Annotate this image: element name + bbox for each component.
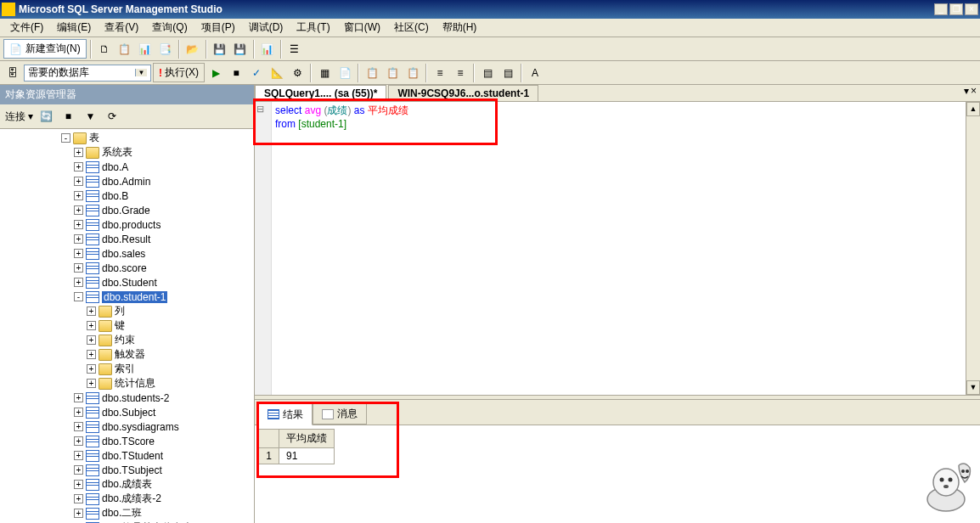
- expander-icon[interactable]: +: [74, 393, 83, 402]
- expander-icon[interactable]: +: [74, 191, 83, 200]
- oe-stop-icon[interactable]: ⟳: [103, 107, 121, 126]
- restore-button[interactable]: ❐: [949, 3, 963, 15]
- tb-icon-3[interactable]: 📊: [136, 40, 155, 59]
- result-tab-grid[interactable]: 结果: [258, 403, 313, 425]
- expander-icon[interactable]: +: [74, 422, 83, 431]
- expander-icon[interactable]: +: [74, 148, 83, 157]
- tb-opt-icon[interactable]: ⚙: [288, 64, 307, 82]
- tree-table-item[interactable]: +dbo.成绩表-2: [2, 492, 252, 506]
- tb-uncomment-icon[interactable]: ▤: [498, 64, 517, 82]
- tb-icon-4[interactable]: 📑: [156, 40, 175, 59]
- tree-table-item[interactable]: +dbo.成绩表: [2, 477, 252, 492]
- tb-save-icon[interactable]: 💾: [211, 40, 229, 59]
- expander-icon[interactable]: +: [87, 335, 96, 345]
- tree-table-item[interactable]: +dbo.二班: [2, 506, 252, 520]
- expander-icon[interactable]: +: [87, 350, 96, 359]
- tree-table-item[interactable]: +dbo.A: [2, 160, 252, 174]
- expander-icon[interactable]: +: [74, 408, 83, 417]
- tree-table-item[interactable]: +dbo.Admin: [2, 174, 252, 188]
- expander-icon[interactable]: +: [74, 205, 83, 215]
- tree-table-item[interactable]: +dbo.products: [2, 217, 252, 232]
- tab-close-icon[interactable]: ×: [971, 85, 977, 101]
- tb-indent-icon[interactable]: ≡: [431, 64, 449, 82]
- expander-icon[interactable]: +: [74, 162, 83, 172]
- tree-table-item[interactable]: +dbo.TStudent: [2, 448, 252, 463]
- tb-c-icon[interactable]: 📋: [403, 64, 422, 82]
- tree-subfolder[interactable]: +约束: [2, 333, 252, 347]
- tree-table-item[interactable]: +dbo.Result: [2, 232, 252, 246]
- tree-subfolder[interactable]: +列: [2, 304, 252, 318]
- tree-table-item[interactable]: +dbo.Subject: [2, 405, 252, 419]
- tb-icon-2[interactable]: 📋: [115, 40, 134, 59]
- menu-query[interactable]: 查询(Q): [145, 19, 194, 37]
- tree-table-item[interactable]: +dbo.students-2: [2, 391, 252, 405]
- tree-subfolder[interactable]: +统计信息: [2, 376, 252, 391]
- expander-icon[interactable]: +: [74, 263, 83, 273]
- menu-file[interactable]: 文件(F): [3, 19, 50, 37]
- editor-content[interactable]: select avg (成绩) as 平均成绩 from [student-1]: [272, 102, 980, 395]
- tb-comment-icon[interactable]: ▤: [478, 64, 497, 82]
- result-tab-messages[interactable]: 消息: [313, 403, 367, 425]
- result-row[interactable]: 1 91: [259, 448, 335, 464]
- tree-table-item[interactable]: +dbo.TScore: [2, 434, 252, 448]
- menu-debug[interactable]: 调试(D): [242, 19, 290, 37]
- menu-window[interactable]: 窗口(W): [337, 19, 387, 37]
- tb-resulttext-icon[interactable]: 📄: [335, 64, 354, 82]
- scroll-down-icon[interactable]: ▼: [966, 380, 980, 395]
- tree-subfolder[interactable]: +触发器: [2, 347, 252, 362]
- menu-help[interactable]: 帮助(H): [436, 19, 484, 37]
- expander-icon[interactable]: +: [74, 177, 83, 186]
- object-tree[interactable]: - 表 + 系统表 +dbo.A+dbo.Admin+dbo.B+dbo.Gra…: [0, 129, 254, 523]
- tb-open-icon[interactable]: 📂: [183, 40, 202, 59]
- tree-tables-folder[interactable]: - 表: [2, 131, 252, 145]
- tb-outdent-icon[interactable]: ≡: [451, 64, 470, 82]
- tree-table-item[interactable]: +dbo.sysdiagrams: [2, 419, 252, 434]
- expander-icon[interactable]: +: [87, 364, 96, 374]
- tree-system-tables[interactable]: + 系统表: [2, 145, 252, 160]
- tree-subfolder[interactable]: +索引: [2, 362, 252, 376]
- tb-font-icon[interactable]: A: [526, 64, 544, 82]
- tb-resultgrid-icon[interactable]: ▦: [315, 64, 334, 82]
- expander-icon[interactable]: +: [74, 465, 83, 475]
- new-query-button[interactable]: 📄 新建查询(N): [3, 39, 87, 59]
- expander-icon[interactable]: -: [61, 133, 70, 143]
- tb-debug-icon[interactable]: ▶: [206, 64, 225, 82]
- menu-view[interactable]: 查看(V): [98, 19, 145, 37]
- tb-saveall-icon[interactable]: 💾: [231, 40, 250, 59]
- scroll-up-icon[interactable]: ▲: [966, 102, 980, 116]
- expander-icon[interactable]: +: [74, 234, 83, 244]
- oe-refresh-icon[interactable]: 🔄: [37, 107, 55, 126]
- expander-icon[interactable]: +: [74, 480, 83, 489]
- expander-icon[interactable]: +: [74, 278, 83, 287]
- tb-stop-icon[interactable]: ■: [227, 64, 245, 82]
- menu-project[interactable]: 项目(P): [194, 19, 242, 37]
- close-button[interactable]: ×: [965, 3, 978, 15]
- tree-table-item[interactable]: +dbo.sales: [2, 246, 252, 261]
- tree-table-item[interactable]: +dbo.Grade: [2, 203, 252, 217]
- expander-icon[interactable]: +: [74, 509, 83, 518]
- minimize-button[interactable]: _: [934, 3, 948, 15]
- expander-icon[interactable]: +: [74, 249, 83, 258]
- tb-parse-icon[interactable]: ✓: [247, 64, 266, 82]
- tb-list-icon[interactable]: ☰: [285, 40, 304, 59]
- database-combo[interactable]: 需要的数据库 ▼: [24, 65, 151, 82]
- result-col-header[interactable]: 平均成绩: [279, 430, 335, 448]
- editor-scrollbar[interactable]: ▲ ▼: [966, 102, 980, 395]
- sql-editor[interactable]: ⊟ select avg (成绩) as 平均成绩 from [student-…: [255, 102, 980, 395]
- tab-dropdown-icon[interactable]: ▾: [964, 85, 969, 101]
- expander-icon[interactable]: +: [87, 379, 96, 388]
- execute-button[interactable]: ! 执行(X): [153, 63, 205, 82]
- oe-filter2-icon[interactable]: ▼: [81, 107, 99, 126]
- tree-table-item[interactable]: +dbo.Student: [2, 275, 252, 290]
- tb-plan-icon[interactable]: 📐: [268, 64, 286, 82]
- tb-a-icon[interactable]: 📋: [363, 64, 381, 82]
- connect-dropdown[interactable]: 连接 ▾: [5, 110, 33, 124]
- menu-tools[interactable]: 工具(T): [290, 19, 336, 37]
- expander-icon[interactable]: -: [74, 292, 83, 301]
- expander-icon[interactable]: +: [74, 451, 83, 460]
- result-cell[interactable]: 91: [279, 448, 335, 464]
- tree-table-item[interactable]: +dbo.score: [2, 261, 252, 275]
- tree-table-item[interactable]: +dbo.B: [2, 188, 252, 203]
- menu-community[interactable]: 社区(C): [387, 19, 436, 37]
- tb-db-icon[interactable]: 🗄: [3, 64, 22, 82]
